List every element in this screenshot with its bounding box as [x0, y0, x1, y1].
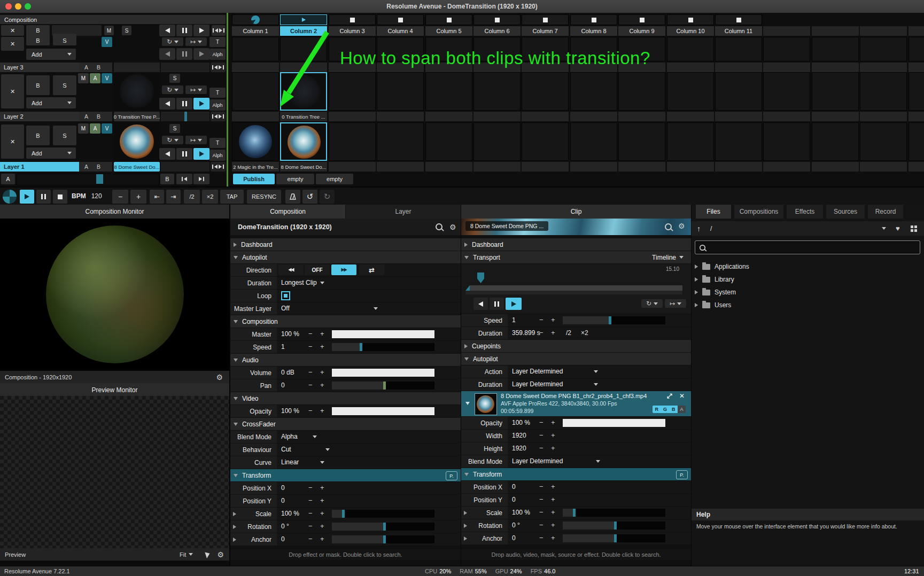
clip-cell[interactable]: [522, 72, 569, 111]
column-header-9[interactable]: Column 9: [618, 26, 665, 36]
composition-deactivate-button[interactable]: ✕: [1, 25, 24, 36]
increase-button[interactable]: +: [551, 495, 555, 503]
deck-tab-empty-2[interactable]: empty: [316, 174, 353, 184]
decrease-button[interactable]: −: [539, 482, 543, 491]
layer-deactivate-button[interactable]: ✕: [1, 37, 24, 51]
composition-strip-header[interactable]: Composition: [0, 15, 226, 24]
clip-cell-name[interactable]: [812, 63, 859, 72]
clip-cell[interactable]: [715, 122, 762, 161]
clip-cell-name[interactable]: [570, 112, 617, 121]
clip-cell[interactable]: [860, 122, 907, 161]
decrease-button[interactable]: −: [308, 407, 313, 415]
param-slider[interactable]: [563, 316, 665, 324]
layer-skip-buttons[interactable]: [211, 112, 226, 121]
transport-mode-dropdown[interactable]: Timeline: [652, 254, 684, 261]
layer-pause-button[interactable]: [176, 98, 192, 110]
increase-button[interactable]: +: [320, 509, 324, 517]
increase-button[interactable]: +: [551, 508, 555, 516]
timeline-inpoint-marker[interactable]: [465, 285, 470, 291]
param-value[interactable]: 100 %: [281, 330, 299, 338]
decrease-button[interactable]: −: [308, 509, 313, 517]
column-header-11[interactable]: Column 11: [715, 26, 762, 36]
column-header-5[interactable]: Column 5: [425, 26, 472, 36]
param-value[interactable]: Linear: [281, 458, 299, 466]
zoom-window-button[interactable]: [25, 3, 31, 10]
dropdown-caret-icon[interactable]: [313, 435, 317, 438]
increase-button[interactable]: +: [551, 329, 555, 337]
column-header-icon-4[interactable]: [377, 14, 424, 25]
layer-loopmode-icon[interactable]: ↻: [162, 37, 183, 46]
param-value[interactable]: Layer Determined: [512, 457, 563, 465]
section-dashboard[interactable]: Dashboard: [230, 238, 461, 251]
view-grid-icon[interactable]: [911, 225, 913, 228]
param-slider[interactable]: [563, 509, 665, 517]
folder-row-users[interactable]: Users: [695, 299, 731, 312]
increase-button[interactable]: +: [320, 381, 324, 389]
column-header-icon-11[interactable]: [715, 14, 762, 25]
param-slider[interactable]: [332, 330, 434, 338]
clip-cell-name[interactable]: [232, 63, 279, 72]
layer-master-toggle[interactable]: M: [78, 73, 89, 83]
clip-cell[interactable]: [812, 122, 859, 161]
column-header-1[interactable]: Column 1: [232, 26, 279, 36]
layer-blend-dropdown[interactable]: Add: [26, 147, 76, 159]
tab-composition[interactable]: Composition: [230, 205, 345, 219]
layer-video-toggle[interactable]: V: [102, 37, 112, 47]
param-slider[interactable]: [563, 521, 665, 530]
direction-dir-off[interactable]: OFF: [305, 264, 330, 275]
layer-prev-button[interactable]: [159, 48, 175, 60]
favorites-heart-icon[interactable]: ♥: [896, 224, 900, 232]
layer-playdirection-icon[interactable]: ↦: [185, 37, 207, 46]
clip-playdirection-icon[interactable]: ↦: [665, 299, 686, 308]
param-slider[interactable]: [563, 419, 665, 427]
resync-button[interactable]: RESYNC: [247, 190, 281, 204]
folder-row-applications[interactable]: Applications: [695, 260, 749, 273]
pause-button[interactable]: [36, 190, 51, 204]
dropdown-caret-icon[interactable]: [320, 282, 324, 284]
crossfader-next-button[interactable]: [193, 174, 209, 184]
column-header-icon-8[interactable]: [570, 14, 617, 25]
param-value[interactable]: 100 %: [512, 419, 530, 426]
dropdown-caret-icon[interactable]: [374, 307, 378, 310]
clip-cell-name[interactable]: 2 Magic in the Tre...: [232, 162, 279, 172]
layer-playdirection-icon[interactable]: ↦: [185, 136, 207, 144]
layer-loopmode-icon[interactable]: ↻: [162, 85, 183, 94]
param-slider[interactable]: [332, 510, 434, 518]
clip-cell-name[interactable]: [377, 112, 424, 121]
layer-play-button[interactable]: [193, 98, 209, 110]
layer-transition-blend-button[interactable]: Alph: [209, 99, 226, 111]
timeline-track[interactable]: [470, 285, 682, 291]
param-value[interactable]: 1920: [512, 445, 526, 452]
clip-cell-name[interactable]: [812, 162, 859, 172]
file-rgb-toggle[interactable]: RGB: [653, 406, 678, 413]
column-header-icon-1[interactable]: [232, 14, 279, 25]
param-value[interactable]: 0 °: [281, 523, 289, 530]
clip-cell[interactable]: [618, 122, 665, 161]
undo-button[interactable]: ↺: [302, 190, 317, 204]
browser-tab-sources[interactable]: Sources: [826, 205, 865, 219]
param-slider[interactable]: [563, 534, 665, 542]
clip-cell[interactable]: [329, 72, 376, 111]
clip-cell[interactable]: [280, 37, 327, 61]
section-audio[interactable]: Audio: [230, 354, 461, 366]
clip-cell-name[interactable]: [280, 63, 327, 72]
direction-dir-next[interactable]: [331, 264, 356, 275]
folder-expand-icon[interactable]: [695, 303, 698, 307]
layer-name[interactable]: Layer 2: [0, 112, 79, 121]
param-value[interactable]: 0: [281, 382, 285, 389]
param-slider[interactable]: [332, 369, 434, 377]
increase-button[interactable]: +: [551, 444, 555, 452]
clip-cell-name[interactable]: [232, 112, 279, 121]
column-header-icon-7[interactable]: [522, 14, 569, 25]
increase-button[interactable]: +: [320, 522, 324, 530]
param-animation-badge[interactable]: P.: [446, 471, 457, 480]
decrease-button[interactable]: −: [539, 316, 543, 324]
bpm-decrease-button[interactable]: −: [112, 190, 128, 204]
clip-cell-name[interactable]: [473, 112, 521, 121]
direction-dir-random[interactable]: ⇄: [359, 264, 384, 275]
clip-prev-frame-button[interactable]: [473, 298, 488, 310]
composition-skip-buttons[interactable]: [212, 25, 226, 36]
tab-layer[interactable]: Layer: [346, 205, 461, 219]
timeline-playhead-pin[interactable]: [477, 273, 484, 283]
folder-row-library[interactable]: Library: [695, 273, 734, 286]
